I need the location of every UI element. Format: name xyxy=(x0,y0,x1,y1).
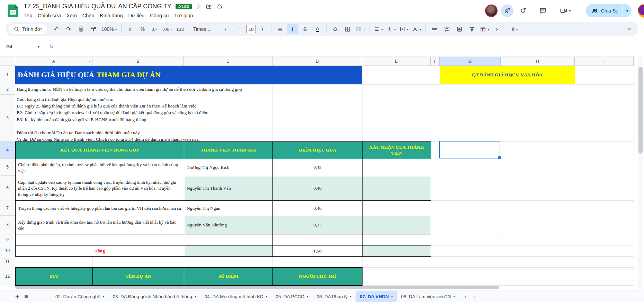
column-header-d[interactable]: D xyxy=(272,57,362,66)
column-header-c[interactable]: C xyxy=(184,57,272,66)
version-history-icon[interactable]: ↺ xyxy=(519,7,527,15)
empty-cell[interactable] xyxy=(273,234,363,245)
result-cell[interactable]: Truyền thông các bài viết về Integrity g… xyxy=(16,201,184,216)
row-header-4[interactable]: 4 xyxy=(0,141,15,159)
move-folder-icon[interactable] xyxy=(206,3,212,10)
qt-link-text[interactable]: QT ĐÁNH GIÁ HQCV, VĂN HÓA xyxy=(472,72,542,78)
undo-button[interactable]: ↶ xyxy=(50,24,62,34)
cloud-status-icon[interactable] xyxy=(216,3,223,10)
collapse-toolbar-button[interactable] xyxy=(623,24,635,34)
menu-chinh-sua[interactable]: Chỉnh sửa xyxy=(35,12,64,19)
insert-chart-button[interactable] xyxy=(454,24,465,34)
sheet-tab-08[interactable]: 08. DA Làm việc với CN ▾ xyxy=(397,291,459,302)
strikethrough-button[interactable]: S xyxy=(299,24,311,34)
select-all-corner[interactable] xyxy=(0,57,15,66)
functions-button[interactable]: Σ xyxy=(491,24,503,34)
formula-input[interactable] xyxy=(53,37,644,56)
font-size-input[interactable]: 10 xyxy=(246,25,256,33)
confirm-cell[interactable] xyxy=(363,159,431,176)
tab-dropdown-icon[interactable]: ▾ xyxy=(195,295,196,298)
tab-dropdown-icon[interactable]: ▾ xyxy=(453,295,455,298)
account-avatar[interactable] xyxy=(638,4,644,18)
header-nguoi-chu-tri[interactable]: NGƯỜI CHỦ TRÌ xyxy=(273,268,363,286)
total-blank-cell[interactable] xyxy=(184,245,273,257)
increase-decimal-button[interactable]: .00→ xyxy=(162,24,173,34)
empty-cell[interactable] xyxy=(184,234,273,245)
fill-handle[interactable] xyxy=(498,156,501,159)
tabs-scroll-left-icon[interactable]: ‹ xyxy=(465,293,467,300)
score-cell[interactable]: 0,45 xyxy=(273,159,363,176)
sheets-logo-icon[interactable] xyxy=(6,3,20,18)
sheet-tab-02[interactable]: 02. Dự án Công nghệ ▾ xyxy=(51,291,108,302)
increase-font-size-button[interactable]: + xyxy=(257,24,268,34)
name-box[interactable]: G4 ▾ xyxy=(0,44,39,49)
result-cell[interactable]: Cập nhật update báo cáo tỷ lệ hoàn thành… xyxy=(16,176,184,201)
column-header-h[interactable]: H xyxy=(501,57,575,66)
header-ten-du-an[interactable]: TÊN DỰ ÁN xyxy=(93,268,184,286)
tab-dropdown-icon[interactable]: ▾ xyxy=(266,295,268,298)
vertical-align-button[interactable]: ▾ xyxy=(385,24,397,34)
menu-du-lieu[interactable]: Dữ liệu xyxy=(126,12,147,19)
selected-cell-g4[interactable] xyxy=(439,141,500,158)
share-dropdown-icon[interactable]: ▾ xyxy=(623,9,632,13)
vertical-scrollbar-track[interactable] xyxy=(638,57,643,290)
header-so-diem[interactable]: SỐ ĐIỂM xyxy=(184,268,273,286)
share-button[interactable]: Chia Sẻ ▾ xyxy=(586,4,632,17)
decrease-font-size-button[interactable]: − xyxy=(234,24,245,34)
text-rotation-button[interactable]: ▾ xyxy=(411,24,423,34)
row-header-12[interactable]: 12 xyxy=(0,267,15,285)
row-header-5[interactable]: 5 xyxy=(0,159,15,176)
score-cell[interactable]: 0,40 xyxy=(273,201,363,216)
result-cell[interactable]: Chủ trì điều phối dự án, tổ chức review … xyxy=(16,159,184,176)
header-ket-qua[interactable]: KẾT QUẢ THÀNH VIÊN ĐÓNG GÓP xyxy=(16,142,184,159)
header-diem[interactable]: ĐIỂM HIỆU QUẢ xyxy=(273,142,363,159)
presence-chat-icon[interactable] xyxy=(501,5,513,17)
bold-button[interactable]: B xyxy=(274,24,286,34)
sheet-tab-07-active[interactable]: 07. DA VHDN ▾ xyxy=(356,291,397,302)
header-xac-nhan[interactable]: XÁC NHẬN CỦA THÀNH VIÊN xyxy=(363,142,431,159)
row-header-7[interactable]: 7 xyxy=(0,200,15,216)
column-header-i[interactable]: I xyxy=(575,57,634,66)
qt-link-cell[interactable]: QT ĐÁNH GIÁ HQCV, VĂN HÓA xyxy=(440,66,575,84)
table-views-button[interactable]: ▾ xyxy=(478,24,491,34)
title-banner-cell[interactable]: ĐÁNH GIÁ HIỆU QUẢ THAM GIA DỰ ÁN xyxy=(15,66,362,84)
add-sheet-button[interactable]: + xyxy=(15,293,19,300)
total-label-cell[interactable]: Tổng xyxy=(16,245,184,257)
sheet-tab-04[interactable]: 04. DA Mở rộng mô hình KD ▾ xyxy=(200,291,272,302)
confirm-cell[interactable] xyxy=(363,201,431,216)
member-cell[interactable]: Nguyễn Thị Ngân xyxy=(184,201,273,216)
borders-button[interactable] xyxy=(342,24,354,34)
note-row3[interactable]: Cuối hàng chủ trì đánh giá Hiệu quả dự á… xyxy=(17,96,211,143)
fill-color-button[interactable] xyxy=(329,24,341,34)
format-percent-button[interactable]: % xyxy=(137,24,149,34)
tab-dropdown-icon[interactable]: ▾ xyxy=(307,295,308,298)
member-cell[interactable]: Nguyễn Thị Thanh Vân xyxy=(184,176,273,201)
number-format-button[interactable]: 123 xyxy=(174,24,186,34)
column-a-dropdown-icon[interactable]: ▾ xyxy=(89,60,91,63)
menu-tro-giup[interactable]: Trợ giúp xyxy=(171,12,196,19)
confirm-cell[interactable] xyxy=(363,216,431,234)
row-header-6[interactable]: 6 xyxy=(0,176,15,200)
filter-button[interactable] xyxy=(466,24,478,34)
sheet-tab-06[interactable]: 06. DA Pháp lý ▾ xyxy=(312,291,356,302)
confirm-cell[interactable] xyxy=(363,176,431,201)
total-blank-cell[interactable] xyxy=(363,245,431,257)
vertical-scrollbar[interactable] xyxy=(638,67,643,154)
menu-cong-cu[interactable]: Công cụ xyxy=(147,12,171,19)
tab-dropdown-icon[interactable]: ▾ xyxy=(103,295,105,298)
menu-xem[interactable]: Xem xyxy=(64,12,80,19)
insert-comment-button[interactable] xyxy=(441,24,453,34)
comments-icon[interactable] xyxy=(539,7,547,15)
header-stt[interactable]: STT xyxy=(16,268,93,286)
text-wrap-button[interactable]: ▾ xyxy=(398,24,410,34)
row-header-11[interactable]: 11 xyxy=(0,256,15,267)
all-sheets-button[interactable]: ≡ xyxy=(24,293,28,300)
redo-button[interactable]: ↷ xyxy=(63,24,74,34)
merge-cells-button[interactable]: ▾ xyxy=(354,24,366,34)
row-header-10[interactable]: 10 xyxy=(0,245,15,256)
input-tools-button[interactable]: ê ▾ xyxy=(509,24,521,34)
zoom-select[interactable]: 100% ▾ xyxy=(100,24,118,34)
score-cell[interactable]: 0,40 xyxy=(273,176,363,201)
italic-button[interactable]: I xyxy=(287,24,298,34)
menu-chen[interactable]: Chèn xyxy=(80,12,97,19)
